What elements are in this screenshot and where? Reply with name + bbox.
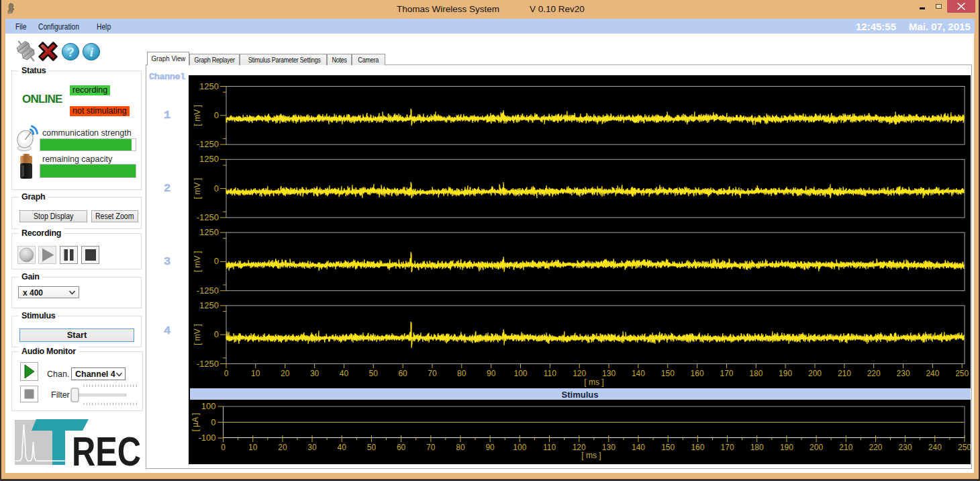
svg-text:0: 0	[214, 256, 219, 266]
svg-text:160: 160	[691, 369, 704, 378]
svg-text:150: 150	[661, 443, 675, 452]
svg-text:[ mV ]: [ mV ]	[193, 324, 202, 345]
svg-text:0: 0	[214, 183, 219, 193]
svg-text:-100: -100	[198, 433, 215, 443]
svg-text:i: i	[90, 45, 94, 59]
svg-text:0: 0	[221, 443, 226, 452]
svg-text:1250: 1250	[199, 81, 219, 91]
svg-text:10: 10	[251, 369, 260, 378]
svg-text:[ mV ]: [ mV ]	[193, 178, 202, 199]
svg-text:210: 210	[839, 443, 852, 452]
svg-text:240: 240	[926, 369, 939, 378]
svg-text:110: 110	[543, 443, 556, 452]
svg-text:190: 190	[780, 443, 793, 452]
svg-text:70: 70	[428, 369, 437, 378]
svg-text:40: 40	[338, 443, 347, 452]
svg-text:0: 0	[214, 329, 219, 339]
svg-text:230: 230	[899, 443, 912, 452]
svg-text:0: 0	[211, 417, 215, 427]
svg-text:100: 100	[513, 443, 526, 452]
svg-text:0: 0	[224, 369, 229, 378]
svg-text:[ ms ]: [ ms ]	[581, 451, 601, 460]
svg-text:100: 100	[201, 401, 216, 411]
svg-text:90: 90	[485, 443, 495, 452]
svg-text:Stimulus: Stimulus	[562, 390, 599, 400]
svg-text:30: 30	[307, 443, 317, 452]
svg-text:180: 180	[750, 443, 764, 452]
svg-text:?: ?	[66, 45, 75, 59]
svg-text:1250: 1250	[199, 154, 219, 164]
svg-text:[ ms ]: [ ms ]	[584, 378, 603, 387]
svg-text:REC: REC	[72, 428, 141, 466]
svg-text:210: 210	[838, 369, 851, 378]
svg-text:200: 200	[808, 369, 822, 378]
svg-text:120: 120	[573, 369, 586, 378]
svg-text:30: 30	[310, 369, 320, 378]
svg-text:[ mV ]: [ mV ]	[193, 251, 202, 272]
svg-text:110: 110	[544, 369, 556, 378]
svg-text:[ mV ]: [ mV ]	[193, 105, 202, 126]
svg-text:240: 240	[928, 443, 942, 452]
svg-text:10: 10	[248, 443, 258, 452]
svg-text:100: 100	[513, 369, 527, 378]
svg-text:170: 170	[720, 369, 733, 378]
svg-text:180: 180	[749, 369, 763, 378]
svg-text:220: 220	[867, 369, 881, 378]
svg-text:0: 0	[214, 110, 219, 120]
svg-text:140: 140	[632, 443, 645, 452]
svg-text:50: 50	[369, 369, 379, 378]
svg-text:130: 130	[602, 369, 616, 378]
svg-text:60: 60	[397, 443, 406, 452]
svg-text:70: 70	[426, 443, 436, 452]
svg-text:90: 90	[487, 369, 496, 378]
svg-text:130: 130	[602, 443, 616, 452]
svg-text:-1250: -1250	[197, 139, 219, 149]
svg-text:50: 50	[367, 443, 377, 452]
svg-text:80: 80	[457, 369, 467, 378]
svg-text:-1250: -1250	[197, 359, 219, 369]
svg-text:150: 150	[661, 369, 675, 378]
svg-text:170: 170	[721, 443, 734, 452]
svg-text:1250: 1250	[199, 300, 219, 310]
svg-text:80: 80	[456, 443, 465, 452]
svg-text:250: 250	[958, 443, 971, 452]
svg-text:20: 20	[278, 443, 287, 452]
svg-text:190: 190	[779, 369, 792, 378]
svg-text:230: 230	[897, 369, 910, 378]
svg-text:250: 250	[955, 369, 969, 378]
svg-text:1250: 1250	[199, 227, 219, 237]
svg-text:160: 160	[691, 443, 704, 452]
svg-text:[ µA ]: [ µA ]	[191, 413, 200, 432]
svg-text:-1250: -1250	[197, 286, 219, 296]
svg-text:-1250: -1250	[197, 212, 219, 222]
svg-text:60: 60	[398, 369, 407, 378]
svg-text:40: 40	[340, 369, 349, 378]
svg-text:20: 20	[281, 369, 290, 378]
svg-text:220: 220	[869, 443, 882, 452]
svg-text:200: 200	[810, 443, 823, 452]
svg-text:140: 140	[632, 369, 645, 378]
